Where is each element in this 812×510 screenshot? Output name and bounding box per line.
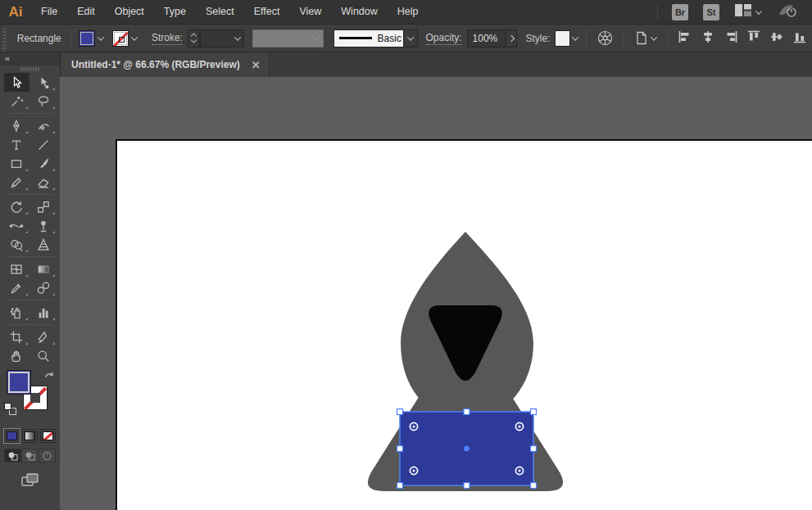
tool-separator bbox=[7, 300, 53, 300]
workspace-layout-icon bbox=[735, 4, 751, 20]
paintbrush-tool[interactable] bbox=[31, 154, 57, 173]
menu-edit[interactable]: Edit bbox=[67, 0, 105, 24]
menu-effect[interactable]: Effect bbox=[244, 0, 290, 24]
default-fill-stroke-icon[interactable] bbox=[4, 403, 16, 415]
line-segment-tool[interactable] bbox=[31, 135, 57, 154]
fill-proxy-swatch[interactable] bbox=[7, 370, 31, 395]
symbol-sprayer-tool[interactable] bbox=[4, 303, 29, 322]
width-profile-dropdown-disabled bbox=[252, 29, 323, 47]
eraser-tool[interactable] bbox=[31, 173, 57, 192]
menu-type[interactable]: Type bbox=[154, 0, 196, 24]
zoom-tool[interactable] bbox=[31, 346, 57, 365]
blend-tool[interactable] bbox=[31, 278, 57, 297]
align-right-icon[interactable] bbox=[724, 29, 738, 47]
gradient-tool[interactable] bbox=[31, 260, 57, 278]
collapse-panel-button[interactable]: « bbox=[0, 52, 60, 65]
align-bottom-icon[interactable] bbox=[792, 29, 807, 47]
draw-behind-button[interactable] bbox=[21, 449, 39, 463]
menu-object[interactable]: Object bbox=[105, 0, 154, 24]
fill-color-swatch[interactable] bbox=[79, 30, 95, 47]
style-swatch[interactable] bbox=[555, 30, 569, 47]
direct-selection-tool[interactable] bbox=[31, 73, 57, 92]
lasso-tool[interactable] bbox=[31, 92, 57, 111]
rotate-tool[interactable] bbox=[4, 197, 29, 216]
style-dropdown[interactable] bbox=[570, 30, 581, 47]
selection-handle[interactable] bbox=[397, 446, 403, 452]
hand-tool[interactable] bbox=[4, 346, 29, 365]
selection-handle[interactable] bbox=[531, 409, 537, 415]
controlbar-grip[interactable] bbox=[0, 25, 9, 52]
none-button[interactable] bbox=[40, 429, 56, 443]
width-tool[interactable] bbox=[4, 216, 29, 235]
color-type-buttons bbox=[0, 429, 60, 443]
pen-tool[interactable] bbox=[4, 116, 29, 135]
menu-window[interactable]: Window bbox=[331, 0, 387, 24]
stroke-label[interactable]: Stroke: bbox=[152, 32, 183, 45]
bridge-button[interactable]: Br bbox=[672, 4, 688, 20]
fill-color-dropdown[interactable] bbox=[95, 30, 107, 47]
shape-builder-tool[interactable] bbox=[4, 235, 29, 254]
type-tool[interactable] bbox=[4, 135, 29, 154]
style-label: Style: bbox=[525, 33, 550, 44]
color-button[interactable] bbox=[4, 429, 20, 443]
selection-handle[interactable] bbox=[464, 409, 470, 415]
fill-stroke-widget bbox=[0, 368, 60, 427]
workspace-switcher-button[interactable] bbox=[735, 4, 761, 20]
eyedropper-tool[interactable] bbox=[4, 278, 29, 297]
corner-widget-dot bbox=[519, 470, 521, 472]
stroke-color-swatch[interactable] bbox=[112, 30, 129, 47]
align-top-icon[interactable] bbox=[746, 29, 761, 47]
selection-center-point[interactable] bbox=[464, 446, 470, 452]
brush-definition-dropdown[interactable]: Basic bbox=[333, 29, 404, 47]
menu-select[interactable]: Select bbox=[196, 0, 244, 24]
align-h-center-icon[interactable] bbox=[701, 29, 715, 47]
swap-fill-stroke-icon[interactable] bbox=[43, 369, 55, 384]
stroke-weight-stepper[interactable] bbox=[188, 29, 200, 47]
selection-tool[interactable] bbox=[4, 73, 29, 92]
stroke-color-dropdown[interactable] bbox=[129, 30, 141, 47]
select-similar-button[interactable] bbox=[629, 31, 662, 45]
mesh-tool[interactable] bbox=[4, 260, 29, 278]
curvature-tool[interactable] bbox=[31, 116, 57, 135]
opacity-presets-button[interactable] bbox=[506, 29, 517, 47]
artboard-tool[interactable] bbox=[4, 327, 29, 346]
magic-wand-tool[interactable] bbox=[4, 92, 29, 111]
rectangle-tool[interactable] bbox=[4, 154, 29, 173]
selection-handle[interactable] bbox=[464, 483, 470, 489]
selection-handle[interactable] bbox=[531, 446, 537, 452]
align-v-center-icon[interactable] bbox=[769, 29, 784, 47]
brush-dropdown-chevron[interactable] bbox=[404, 29, 418, 47]
recolor-artwork-icon[interactable] bbox=[592, 30, 619, 46]
stroke-weight-dropdown[interactable] bbox=[200, 29, 244, 47]
tools-panel-grip[interactable] bbox=[0, 65, 60, 73]
selection-handle[interactable] bbox=[397, 483, 403, 489]
opacity-input[interactable]: 100% bbox=[467, 29, 506, 47]
menu-help[interactable]: Help bbox=[388, 0, 429, 24]
pencil-tool[interactable] bbox=[4, 173, 29, 192]
opacity-label[interactable]: Opacity: bbox=[426, 32, 462, 45]
selection-handle[interactable] bbox=[531, 483, 537, 489]
scale-tool[interactable] bbox=[31, 197, 57, 216]
gradient-button[interactable] bbox=[22, 429, 38, 443]
selection-handle[interactable] bbox=[397, 409, 403, 415]
screen-mode-icon[interactable] bbox=[0, 472, 60, 488]
gpu-performance-icon[interactable] bbox=[778, 2, 797, 21]
draw-normal-button[interactable] bbox=[4, 449, 21, 463]
brush-name: Basic bbox=[378, 33, 401, 44]
perspective-grid-tool[interactable] bbox=[31, 235, 57, 254]
align-left-icon[interactable] bbox=[678, 29, 692, 47]
stock-button[interactable]: St bbox=[703, 4, 719, 20]
draw-inside-button[interactable] bbox=[39, 449, 56, 463]
close-tab-icon[interactable]: ✕ bbox=[252, 60, 261, 70]
menu-file[interactable]: File bbox=[31, 0, 67, 24]
context-label: Rectangle bbox=[12, 33, 66, 44]
document-tab[interactable]: Untitled-1* @ 66.67% (RGB/Preview) ✕ bbox=[60, 52, 270, 77]
slice-tool[interactable] bbox=[31, 327, 57, 346]
menu-view[interactable]: View bbox=[289, 0, 331, 24]
divider bbox=[624, 29, 624, 48]
control-bar: Rectangle Stroke: Basic Opacity: 100% St… bbox=[0, 25, 812, 52]
column-graph-tool[interactable] bbox=[31, 303, 57, 322]
canvas-pasteboard[interactable] bbox=[60, 77, 812, 510]
puppet-warp-tool[interactable] bbox=[31, 216, 57, 235]
tool-grid bbox=[0, 73, 60, 365]
